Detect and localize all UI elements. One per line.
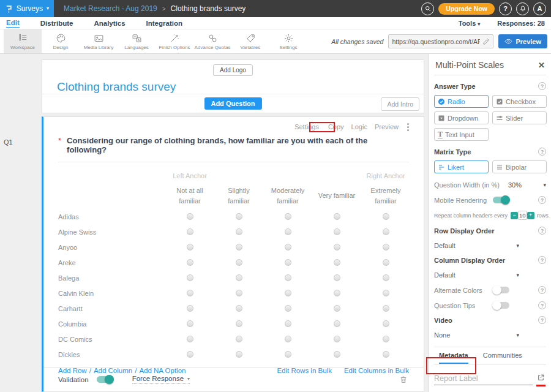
video-select[interactable]: None ▾ (434, 331, 546, 339)
toolbar-item-variables[interactable]: Variables (231, 29, 269, 53)
more-options-icon[interactable] (406, 123, 410, 131)
help-icon[interactable]: ? (538, 256, 546, 264)
matrix-radio-button[interactable] (334, 228, 340, 235)
matrix-row-label[interactable]: Balega (57, 274, 165, 282)
matrix-radio-button[interactable] (383, 274, 389, 281)
matrix-radio-button[interactable] (334, 336, 340, 342)
matrix-radio-button[interactable] (334, 351, 340, 358)
search-button[interactable] (421, 2, 434, 15)
add-question-button[interactable]: Add Question (204, 97, 261, 110)
matrix-radio-button[interactable] (285, 228, 291, 235)
matrix-radio-button[interactable] (383, 305, 389, 312)
question-text[interactable]: Considering our range of clothing brands… (67, 136, 409, 154)
survey-url-field[interactable]: https://qa.questionpro.com/t/APNrFZfQ (388, 34, 493, 48)
matrix-radio-button[interactable] (285, 336, 291, 342)
question-settings-button[interactable]: Settings (293, 123, 321, 131)
column-display-order-select[interactable]: Default ▾ (434, 271, 546, 279)
help-icon[interactable]: ? (538, 196, 546, 204)
matrix-radio-button[interactable] (236, 290, 242, 296)
matrix-radio-button[interactable] (187, 290, 193, 296)
answer-type-slider[interactable]: Slider (492, 111, 547, 124)
help-icon[interactable]: ? (538, 316, 546, 324)
product-switcher[interactable]: Surveys ▾ (0, 0, 54, 17)
validation-toggle[interactable] (97, 376, 113, 383)
matrix-radio-button[interactable] (285, 213, 291, 220)
question-preview-button[interactable]: Preview (375, 123, 399, 130)
matrix-type-likert[interactable]: Likert (434, 160, 489, 173)
matrix-row-label[interactable]: Calvin Klein (57, 290, 165, 297)
matrix-radio-button[interactable] (383, 244, 389, 251)
toolbar-item-workspace[interactable]: Workspace (4, 29, 42, 53)
matrix-row-label[interactable]: Columbia (57, 320, 165, 328)
preview-button[interactable]: Preview (498, 34, 547, 48)
matrix-radio-button[interactable] (285, 244, 291, 251)
alternate-colors-toggle[interactable] (493, 287, 509, 293)
matrix-row-label[interactable]: Adidas (57, 213, 165, 221)
chevron-down-icon[interactable]: ▾ (543, 182, 546, 188)
matrix-row-label[interactable]: DC Comics (57, 336, 165, 343)
toolbar-item-finish-options[interactable]: Finish Options (156, 29, 193, 53)
nav-tab-distribute[interactable]: Distribute (40, 20, 73, 27)
delete-question-button[interactable] (399, 375, 408, 384)
matrix-radio-button[interactable] (187, 213, 193, 220)
survey-title[interactable]: Clothing brands survey (57, 80, 424, 94)
matrix-row-label[interactable]: Dickies (57, 351, 165, 358)
question-width-value[interactable]: 30% (508, 181, 522, 189)
nav-tab-integration[interactable]: Integration (146, 20, 182, 27)
matrix-radio-button[interactable] (187, 305, 193, 312)
toolbar-item-media-library[interactable]: Media Library (80, 29, 118, 53)
toolbar-item-advance-quotas[interactable]: Advance Quotas (193, 29, 231, 53)
mobile-rendering-toggle[interactable] (493, 197, 509, 203)
help-icon[interactable]: ? (538, 148, 546, 156)
matrix-radio-button[interactable] (187, 320, 193, 327)
matrix-radio-button[interactable] (236, 244, 242, 251)
matrix-radio-button[interactable] (236, 274, 242, 281)
tab-communities[interactable]: Communities (483, 352, 522, 364)
matrix-row-label[interactable]: Alpine Swiss (57, 228, 165, 236)
matrix-column-header[interactable]: Not at all familiar (165, 186, 214, 206)
add-intro-button[interactable]: Add Intro (381, 97, 419, 111)
matrix-radio-button[interactable] (285, 305, 291, 312)
answer-type-radio[interactable]: Radio (434, 95, 489, 108)
matrix-radio-button[interactable] (285, 351, 291, 358)
matrix-radio-button[interactable] (187, 228, 193, 235)
matrix-column-header[interactable]: Extremely familiar (361, 186, 410, 206)
matrix-radio-button[interactable] (383, 259, 389, 266)
help-icon[interactable]: ? (538, 227, 546, 235)
matrix-radio-button[interactable] (187, 259, 193, 266)
matrix-radio-button[interactable] (334, 244, 340, 251)
validation-type-select[interactable]: Force Response ▾ (132, 375, 190, 384)
matrix-radio-button[interactable] (383, 320, 389, 327)
matrix-radio-button[interactable] (236, 305, 242, 312)
matrix-radio-button[interactable] (236, 320, 242, 327)
tab-metadata[interactable]: Metadata (439, 352, 468, 364)
matrix-radio-button[interactable] (334, 213, 340, 220)
question-tips-toggle[interactable] (493, 302, 509, 309)
user-avatar[interactable]: A (533, 2, 546, 15)
add-logo-button[interactable]: Add Logo (213, 64, 253, 76)
matrix-column-header[interactable]: Slightly familiar (214, 186, 263, 206)
open-report-label-button[interactable] (537, 374, 545, 382)
matrix-radio-button[interactable] (187, 274, 193, 281)
matrix-row-label[interactable]: Areke (57, 259, 165, 266)
answer-type-dropdown[interactable]: Dropdown (434, 111, 489, 124)
matrix-row-label[interactable]: Carhartt (57, 305, 165, 312)
matrix-radio-button[interactable] (383, 228, 389, 235)
row-display-order-select[interactable]: Default ▾ (434, 242, 546, 249)
tools-menu[interactable]: Tools ▾ (459, 20, 481, 27)
help-icon[interactable]: ? (538, 82, 546, 90)
nav-tab-edit[interactable]: Edit (6, 19, 20, 28)
matrix-radio-button[interactable] (187, 336, 193, 342)
matrix-radio-button[interactable] (285, 259, 291, 266)
matrix-radio-button[interactable] (334, 305, 340, 312)
report-label-input[interactable] (434, 372, 533, 385)
toolbar-item-settings[interactable]: Settings (269, 29, 307, 53)
help-button[interactable]: ? (499, 2, 512, 15)
matrix-radio-button[interactable] (285, 320, 291, 327)
matrix-radio-button[interactable] (334, 274, 340, 281)
matrix-row-label[interactable]: Anyoo (57, 244, 165, 251)
decrement-button[interactable]: − (511, 212, 518, 219)
matrix-radio-button[interactable] (383, 336, 389, 342)
breadcrumb-folder[interactable]: Market Research - Aug 2019 (64, 4, 157, 13)
matrix-radio-button[interactable] (383, 213, 389, 220)
